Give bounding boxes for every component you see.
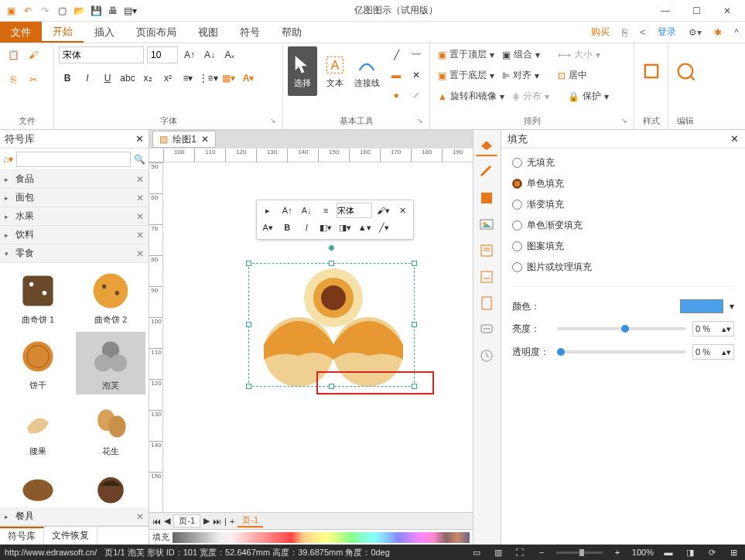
category-tableware[interactable]: ▸餐具✕: [0, 507, 149, 526]
ft-shape-icon[interactable]: ▲▾: [356, 220, 373, 235]
search-input[interactable]: [16, 152, 131, 167]
active-page-tab[interactable]: 页-1: [238, 514, 263, 528]
panel-tab-library[interactable]: 符号库: [0, 527, 44, 545]
strike-button[interactable]: abc: [119, 70, 136, 87]
underline-button[interactable]: U: [99, 70, 116, 87]
symbol-item-selected[interactable]: 泡芙: [76, 332, 145, 394]
font-size-select[interactable]: [147, 46, 178, 63]
line-tool-icon[interactable]: ╱: [388, 46, 405, 63]
ft-format-painter-icon[interactable]: 🖌▾: [374, 203, 391, 218]
add-page-icon[interactable]: +: [230, 517, 234, 526]
ft-grow-font-icon[interactable]: A↑: [279, 203, 296, 218]
symbol-item[interactable]: 腰果: [3, 398, 73, 460]
rs-shadow-icon[interactable]: [476, 187, 497, 209]
rotate-button[interactable]: ▲旋转和镜像▾: [435, 88, 507, 104]
highlight-icon[interactable]: ▦▾: [220, 70, 237, 87]
close-button[interactable]: ✕: [713, 2, 742, 20]
ft-line-icon[interactable]: ╱▾: [375, 220, 392, 235]
group-button[interactable]: ▣组合▾: [499, 46, 553, 63]
close-cat-icon[interactable]: ✕: [136, 248, 144, 259]
new-icon[interactable]: ▢: [56, 5, 68, 17]
symbol-item[interactable]: 曲奇饼 1: [3, 266, 73, 329]
document-tab[interactable]: ▤绘图1✕: [152, 131, 216, 148]
collapse-ribbon-icon[interactable]: ^: [728, 22, 745, 43]
tab-view[interactable]: 视图: [187, 22, 229, 43]
sb-icon2[interactable]: ◨: [683, 546, 697, 558]
font-launcher-icon[interactable]: ↘: [270, 117, 276, 125]
tool-text[interactable]: A文本: [320, 46, 350, 96]
tab-pagelayout[interactable]: 页面布局: [125, 22, 187, 43]
color-swatch-strip[interactable]: [173, 532, 470, 543]
rs-line-icon[interactable]: [476, 161, 497, 183]
page-next-icon[interactable]: ▶: [203, 516, 210, 526]
edit-button[interactable]: [673, 46, 698, 96]
distribute-button[interactable]: ⋕分布▾: [509, 88, 563, 104]
export-icon[interactable]: ▤▾: [124, 5, 136, 17]
ft-shadow-icon[interactable]: ◨▾: [337, 220, 354, 235]
tab-symbol[interactable]: 符号: [229, 22, 271, 43]
ft-pointer-icon[interactable]: ▸: [259, 203, 276, 218]
size-button[interactable]: ⟷大小▾: [555, 46, 609, 63]
fill-opt-pattern[interactable]: 图案填充: [512, 240, 734, 253]
close-cat-icon[interactable]: ✕: [136, 230, 144, 241]
center-button[interactable]: ⊡居中: [555, 67, 609, 84]
line-spacing-icon[interactable]: ≡▾: [179, 70, 197, 87]
crop-tool-icon[interactable]: ⟋: [408, 87, 425, 104]
shrink-font-icon[interactable]: A↓: [201, 46, 218, 63]
close-cat-icon[interactable]: ✕: [136, 511, 144, 522]
subscript-button[interactable]: x₂: [139, 70, 156, 87]
italic-button[interactable]: I: [79, 70, 96, 87]
ft-align-icon[interactable]: ≡: [317, 203, 334, 218]
rect-tool-icon[interactable]: ▬: [388, 67, 405, 84]
rs-text-icon[interactable]: [476, 240, 497, 261]
format-painter-icon[interactable]: 🖌: [25, 46, 42, 63]
rs-layer-icon[interactable]: [476, 266, 497, 288]
ft-close-icon[interactable]: ✕: [394, 203, 411, 218]
ft-font-select[interactable]: [337, 203, 372, 218]
rs-history-icon[interactable]: [476, 345, 497, 367]
page-first-icon[interactable]: ⏮: [152, 517, 161, 526]
tab-insert[interactable]: 插入: [84, 22, 125, 43]
sb-icon4[interactable]: ⊞: [726, 546, 740, 558]
close-tab-icon[interactable]: ✕: [201, 134, 209, 145]
rs-fill-icon[interactable]: [476, 135, 497, 156]
font-color-icon[interactable]: A▾: [240, 70, 257, 87]
symbol-item[interactable]: 饼干: [3, 332, 73, 394]
search-icon[interactable]: 🔍: [134, 154, 145, 165]
clear-format-icon[interactable]: Aₓ: [221, 46, 238, 63]
opacity-value[interactable]: 0 %▴▾: [692, 344, 734, 360]
symbol-item[interactable]: 花生: [76, 398, 145, 460]
color-dropdown-icon[interactable]: ▾: [730, 301, 734, 312]
page-last-icon[interactable]: ⏭: [213, 517, 221, 526]
redo-icon[interactable]: ↷: [39, 5, 51, 17]
fill-opt-none[interactable]: 无填充: [512, 156, 734, 169]
export-button[interactable]: ⎘: [616, 22, 634, 43]
fill-opt-gradient[interactable]: 渐变填充: [512, 198, 734, 211]
superscript-button[interactable]: x²: [159, 70, 176, 87]
buy-button[interactable]: 购买: [585, 22, 616, 43]
ellipse-tool-icon[interactable]: ●: [388, 87, 405, 104]
zoom-slider[interactable]: [556, 551, 603, 554]
tab-file[interactable]: 文件: [0, 22, 42, 43]
ft-fill-icon[interactable]: ◧▾: [317, 220, 334, 235]
tab-start[interactable]: 开始: [42, 22, 84, 43]
symbol-item[interactable]: [76, 463, 145, 507]
brightness-value[interactable]: 0 %▴▾: [692, 321, 734, 336]
send-back-button[interactable]: ▣置于底层▾: [435, 67, 497, 84]
rs-comment-icon[interactable]: [476, 319, 497, 340]
symbol-item[interactable]: [3, 463, 73, 507]
minimize-button[interactable]: —: [651, 2, 680, 20]
font-family-select[interactable]: [59, 46, 144, 63]
bold-button[interactable]: B: [59, 70, 76, 87]
view-full-icon[interactable]: ⛶: [513, 546, 527, 558]
view-read-icon[interactable]: ▥: [491, 546, 505, 558]
settings-icon[interactable]: ⚙▾: [682, 22, 708, 43]
zoom-out-icon[interactable]: −: [535, 546, 548, 558]
sb-icon3[interactable]: ⟳: [705, 546, 719, 558]
protect-button[interactable]: 🔒保护▾: [565, 88, 619, 104]
close-panel-icon[interactable]: ✕: [135, 133, 144, 145]
grow-font-icon[interactable]: A↑: [181, 46, 198, 63]
fill-opt-monograd[interactable]: 单色渐变填充: [512, 219, 734, 232]
ft-bold-icon[interactable]: B: [279, 220, 296, 235]
maximize-button[interactable]: ☐: [682, 2, 711, 20]
